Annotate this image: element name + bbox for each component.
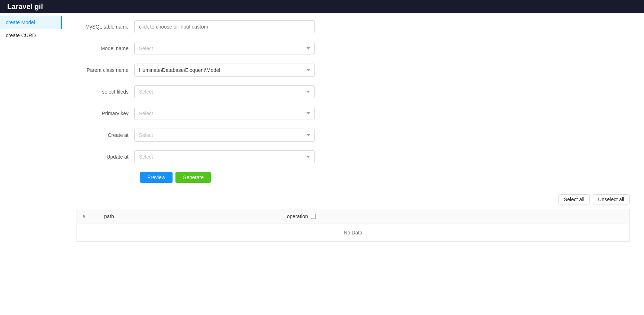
table-section: Select all Unselect all # path operation — [77, 194, 630, 242]
create-at-row: Create at Select — [77, 129, 315, 142]
select-all-checkbox[interactable] — [311, 214, 316, 219]
model-name-select[interactable]: Select — [134, 42, 315, 55]
select-fields-label: select fileds — [77, 89, 134, 95]
generate-button[interactable]: Generate — [175, 172, 211, 183]
col-operation: operation — [281, 209, 630, 224]
data-table: # path operation No Data — [77, 209, 630, 242]
sidebar-item-create-curd[interactable]: create CURD — [0, 29, 62, 42]
app-header: Laravel gil — [0, 0, 644, 13]
select-all-button[interactable]: Select all — [558, 194, 590, 204]
model-name-label: Model name — [77, 46, 134, 51]
table-body: No Data — [77, 224, 630, 242]
sidebar: create Model create CURD — [0, 13, 62, 315]
main-content: MySQL table name Model name Select Paren… — [62, 13, 644, 315]
update-at-row: Update at Select — [77, 150, 315, 163]
app-title: Laravel gil — [7, 3, 43, 11]
col-hash: # — [77, 209, 99, 224]
parent-class-name-select[interactable]: Illuminate\Database\Eloquent\Model — [134, 64, 315, 77]
update-at-label: Update at — [77, 154, 134, 160]
col-path: path — [99, 209, 281, 224]
no-data-cell: No Data — [77, 224, 630, 242]
table-header-row: # path operation — [77, 209, 630, 224]
primary-key-label: Primary key — [77, 111, 134, 116]
mysql-table-name-label: MySQL table name — [77, 24, 134, 30]
table-actions: Select all Unselect all — [77, 194, 630, 204]
sidebar-item-create-model[interactable]: create Model — [0, 16, 62, 29]
unselect-all-button[interactable]: Unselect all — [593, 194, 630, 204]
model-name-row: Model name Select — [77, 42, 315, 55]
button-row: Preview Generate — [140, 172, 315, 183]
main-layout: create Model create CURD MySQL table nam… — [0, 13, 644, 315]
select-fields-row: select fileds Select — [77, 85, 315, 98]
form-section: MySQL table name Model name Select Paren… — [77, 20, 315, 183]
primary-key-select[interactable]: Select — [134, 107, 315, 120]
select-fields-select[interactable]: Select — [134, 85, 315, 98]
parent-class-name-row: Parent class name Illuminate\Database\El… — [77, 64, 315, 77]
create-at-label: Create at — [77, 132, 134, 138]
no-data-row: No Data — [77, 224, 630, 242]
update-at-select[interactable]: Select — [134, 150, 315, 163]
parent-class-name-label: Parent class name — [77, 67, 134, 73]
preview-button[interactable]: Preview — [140, 172, 173, 183]
mysql-table-name-input[interactable] — [134, 20, 315, 33]
primary-key-row: Primary key Select — [77, 107, 315, 120]
mysql-table-name-row: MySQL table name — [77, 20, 315, 33]
create-at-select[interactable]: Select — [134, 129, 315, 142]
